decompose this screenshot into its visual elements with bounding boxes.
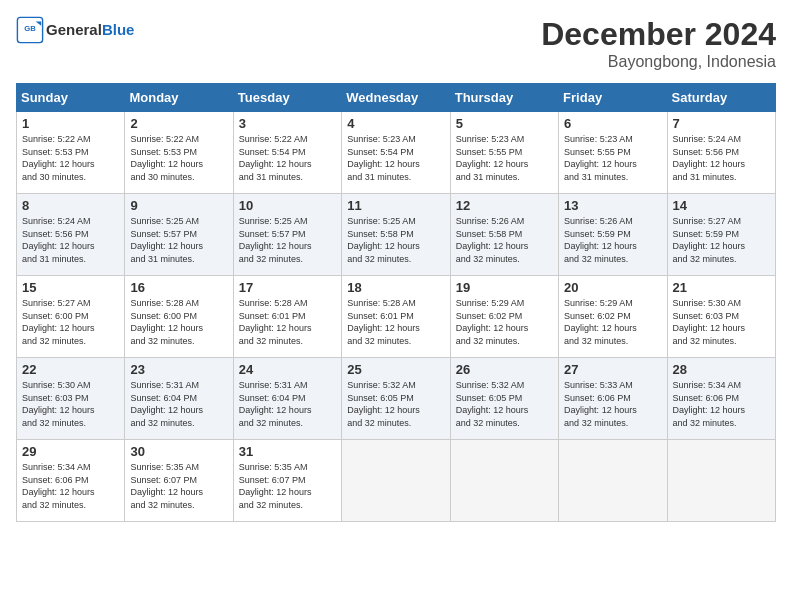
day-number: 17 [239,280,336,295]
day-info: Sunrise: 5:28 AM Sunset: 6:01 PM Dayligh… [239,297,336,347]
day-header-wednesday: Wednesday [342,84,450,112]
day-number: 22 [22,362,119,377]
day-number: 26 [456,362,553,377]
calendar-cell: 30Sunrise: 5:35 AM Sunset: 6:07 PM Dayli… [125,440,233,522]
day-number: 4 [347,116,444,131]
day-number: 7 [673,116,770,131]
day-info: Sunrise: 5:23 AM Sunset: 5:55 PM Dayligh… [564,133,661,183]
day-info: Sunrise: 5:29 AM Sunset: 6:02 PM Dayligh… [564,297,661,347]
day-number: 31 [239,444,336,459]
day-info: Sunrise: 5:24 AM Sunset: 5:56 PM Dayligh… [673,133,770,183]
day-number: 1 [22,116,119,131]
calendar-cell: 20Sunrise: 5:29 AM Sunset: 6:02 PM Dayli… [559,276,667,358]
day-info: Sunrise: 5:29 AM Sunset: 6:02 PM Dayligh… [456,297,553,347]
calendar-cell: 23Sunrise: 5:31 AM Sunset: 6:04 PM Dayli… [125,358,233,440]
calendar-cell: 1Sunrise: 5:22 AM Sunset: 5:53 PM Daylig… [17,112,125,194]
calendar-cell: 28Sunrise: 5:34 AM Sunset: 6:06 PM Dayli… [667,358,775,440]
day-number: 18 [347,280,444,295]
day-header-sunday: Sunday [17,84,125,112]
day-info: Sunrise: 5:22 AM Sunset: 5:53 PM Dayligh… [22,133,119,183]
week-row-5: 29Sunrise: 5:34 AM Sunset: 6:06 PM Dayli… [17,440,776,522]
day-number: 12 [456,198,553,213]
day-number: 25 [347,362,444,377]
week-row-4: 22Sunrise: 5:30 AM Sunset: 6:03 PM Dayli… [17,358,776,440]
calendar-cell: 8Sunrise: 5:24 AM Sunset: 5:56 PM Daylig… [17,194,125,276]
day-number: 5 [456,116,553,131]
day-number: 15 [22,280,119,295]
calendar-cell: 26Sunrise: 5:32 AM Sunset: 6:05 PM Dayli… [450,358,558,440]
day-info: Sunrise: 5:31 AM Sunset: 6:04 PM Dayligh… [239,379,336,429]
calendar-cell: 15Sunrise: 5:27 AM Sunset: 6:00 PM Dayli… [17,276,125,358]
day-header-friday: Friday [559,84,667,112]
day-info: Sunrise: 5:30 AM Sunset: 6:03 PM Dayligh… [673,297,770,347]
day-number: 6 [564,116,661,131]
day-info: Sunrise: 5:25 AM Sunset: 5:58 PM Dayligh… [347,215,444,265]
week-row-3: 15Sunrise: 5:27 AM Sunset: 6:00 PM Dayli… [17,276,776,358]
calendar-cell: 5Sunrise: 5:23 AM Sunset: 5:55 PM Daylig… [450,112,558,194]
day-info: Sunrise: 5:22 AM Sunset: 5:54 PM Dayligh… [239,133,336,183]
calendar-cell: 10Sunrise: 5:25 AM Sunset: 5:57 PM Dayli… [233,194,341,276]
day-info: Sunrise: 5:30 AM Sunset: 6:03 PM Dayligh… [22,379,119,429]
calendar-cell: 4Sunrise: 5:23 AM Sunset: 5:54 PM Daylig… [342,112,450,194]
calendar-cell: 24Sunrise: 5:31 AM Sunset: 6:04 PM Dayli… [233,358,341,440]
calendar-cell: 6Sunrise: 5:23 AM Sunset: 5:55 PM Daylig… [559,112,667,194]
day-number: 16 [130,280,227,295]
calendar-cell [342,440,450,522]
day-number: 9 [130,198,227,213]
day-info: Sunrise: 5:23 AM Sunset: 5:55 PM Dayligh… [456,133,553,183]
calendar-cell: 17Sunrise: 5:28 AM Sunset: 6:01 PM Dayli… [233,276,341,358]
logo-icon: GB [16,16,44,44]
title-block: December 2024 Bayongbong, Indonesia [541,16,776,71]
day-info: Sunrise: 5:24 AM Sunset: 5:56 PM Dayligh… [22,215,119,265]
day-number: 29 [22,444,119,459]
day-number: 27 [564,362,661,377]
calendar-cell: 21Sunrise: 5:30 AM Sunset: 6:03 PM Dayli… [667,276,775,358]
calendar-cell: 11Sunrise: 5:25 AM Sunset: 5:58 PM Dayli… [342,194,450,276]
calendar-cell: 25Sunrise: 5:32 AM Sunset: 6:05 PM Dayli… [342,358,450,440]
day-number: 21 [673,280,770,295]
calendar-cell [559,440,667,522]
day-info: Sunrise: 5:27 AM Sunset: 5:59 PM Dayligh… [673,215,770,265]
day-info: Sunrise: 5:28 AM Sunset: 6:00 PM Dayligh… [130,297,227,347]
calendar-cell: 18Sunrise: 5:28 AM Sunset: 6:01 PM Dayli… [342,276,450,358]
calendar-cell: 31Sunrise: 5:35 AM Sunset: 6:07 PM Dayli… [233,440,341,522]
calendar-cell: 19Sunrise: 5:29 AM Sunset: 6:02 PM Dayli… [450,276,558,358]
day-number: 14 [673,198,770,213]
location: Bayongbong, Indonesia [541,53,776,71]
calendar-cell: 7Sunrise: 5:24 AM Sunset: 5:56 PM Daylig… [667,112,775,194]
day-number: 20 [564,280,661,295]
day-number: 3 [239,116,336,131]
month-title: December 2024 [541,16,776,53]
day-info: Sunrise: 5:32 AM Sunset: 6:05 PM Dayligh… [347,379,444,429]
calendar-cell: 9Sunrise: 5:25 AM Sunset: 5:57 PM Daylig… [125,194,233,276]
day-info: Sunrise: 5:33 AM Sunset: 6:06 PM Dayligh… [564,379,661,429]
week-row-2: 8Sunrise: 5:24 AM Sunset: 5:56 PM Daylig… [17,194,776,276]
day-info: Sunrise: 5:22 AM Sunset: 5:53 PM Dayligh… [130,133,227,183]
day-number: 8 [22,198,119,213]
day-info: Sunrise: 5:25 AM Sunset: 5:57 PM Dayligh… [239,215,336,265]
day-header-monday: Monday [125,84,233,112]
calendar-cell: 12Sunrise: 5:26 AM Sunset: 5:58 PM Dayli… [450,194,558,276]
calendar-cell [450,440,558,522]
day-number: 10 [239,198,336,213]
calendar-cell [667,440,775,522]
day-header-thursday: Thursday [450,84,558,112]
calendar-cell: 27Sunrise: 5:33 AM Sunset: 6:06 PM Dayli… [559,358,667,440]
day-number: 19 [456,280,553,295]
logo-text: GeneralBlue [46,22,134,39]
calendar-cell: 3Sunrise: 5:22 AM Sunset: 5:54 PM Daylig… [233,112,341,194]
day-info: Sunrise: 5:26 AM Sunset: 5:59 PM Dayligh… [564,215,661,265]
header: GB GeneralBlue December 2024 Bayongbong,… [16,16,776,71]
day-info: Sunrise: 5:31 AM Sunset: 6:04 PM Dayligh… [130,379,227,429]
day-header-saturday: Saturday [667,84,775,112]
day-info: Sunrise: 5:25 AM Sunset: 5:57 PM Dayligh… [130,215,227,265]
day-info: Sunrise: 5:26 AM Sunset: 5:58 PM Dayligh… [456,215,553,265]
day-info: Sunrise: 5:35 AM Sunset: 6:07 PM Dayligh… [239,461,336,511]
day-info: Sunrise: 5:35 AM Sunset: 6:07 PM Dayligh… [130,461,227,511]
calendar-cell: 13Sunrise: 5:26 AM Sunset: 5:59 PM Dayli… [559,194,667,276]
day-number: 23 [130,362,227,377]
week-row-1: 1Sunrise: 5:22 AM Sunset: 5:53 PM Daylig… [17,112,776,194]
calendar-cell: 29Sunrise: 5:34 AM Sunset: 6:06 PM Dayli… [17,440,125,522]
calendar-cell: 16Sunrise: 5:28 AM Sunset: 6:00 PM Dayli… [125,276,233,358]
day-info: Sunrise: 5:27 AM Sunset: 6:00 PM Dayligh… [22,297,119,347]
